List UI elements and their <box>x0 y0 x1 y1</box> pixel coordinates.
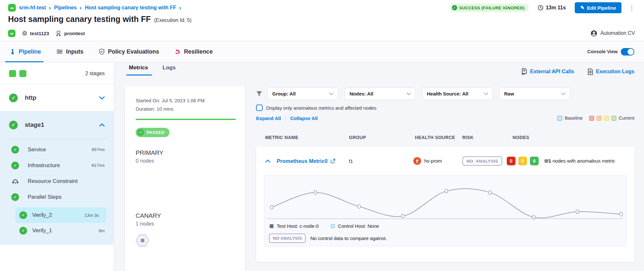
clock-icon <box>538 5 543 11</box>
current-label: Current <box>619 115 634 121</box>
primary-label: PRIMARY <box>136 149 236 156</box>
nodes-filter-dropdown[interactable]: Nodes: All <box>345 87 416 100</box>
tab-metrics[interactable]: Metrics <box>129 65 148 75</box>
anomalous-checkbox[interactable] <box>256 105 263 111</box>
success-check-icon: ✓ <box>11 162 19 169</box>
chevron-down-icon <box>561 93 565 95</box>
metric-card: Prometheus Metric0 f1 hs-prom NO_ANALYSI… <box>256 146 634 262</box>
external-api-calls-link[interactable]: API External API Calls <box>521 68 574 75</box>
control-host-swatch-icon <box>331 224 335 228</box>
service-chip[interactable]: ⚙ test1123 <box>22 30 49 37</box>
canary-node-hexagon[interactable] <box>136 235 149 246</box>
chevron-down-icon <box>99 96 105 100</box>
summary-card: Started On: Jul 5, 2023 1:06 PM Duration… <box>125 86 245 271</box>
breadcrumb-separator: › <box>49 4 51 11</box>
metric-name-link[interactable]: Prometheus Metric0 <box>277 158 335 164</box>
step-verify-2[interactable]: ✓ Verify_2 13m 3s <box>15 207 106 223</box>
prometheus-icon <box>413 157 421 165</box>
filters-row: Group: All Nodes: All Health Source: All… <box>256 87 634 100</box>
current-green-swatch-icon <box>611 116 616 121</box>
breadcrumb-pipeline-name[interactable]: Host sampling canary testing with FF <box>85 5 176 11</box>
success-check-icon: ✓ <box>11 193 19 201</box>
test-host-swatch-icon <box>270 224 274 228</box>
step-verify-1[interactable]: ✓ Verify_1 9m <box>0 223 114 238</box>
breadcrumb-pipelines[interactable]: Pipelines <box>54 5 77 11</box>
expand-all-link[interactable]: Expand All <box>256 115 281 121</box>
col-nodes: NODES <box>513 135 529 140</box>
pencil-icon: ✎ <box>580 5 584 11</box>
health-source-name: hs-prom <box>424 158 442 164</box>
divider <box>285 115 286 121</box>
metric-chart-panel: Test Host: c-node-0 Control Host: None N… <box>264 175 626 246</box>
top-header: ∞ srm-hf-test › Pipelines › Host samplin… <box>0 0 644 41</box>
metrics-logs-tabs: Metrics Logs <box>129 65 176 75</box>
step-parallel-steps[interactable]: ✓ Parallel Steps <box>0 189 114 205</box>
title-row: Host sampling canary testing with FF (Ex… <box>8 15 192 24</box>
tab-inputs[interactable]: Inputs <box>56 41 83 62</box>
document-icon <box>588 68 593 75</box>
group-filter-dropdown[interactable]: Group: All <box>267 87 338 100</box>
step-infrastructure[interactable]: ✓ Infrastructure 617ms <box>0 157 114 173</box>
tab-resilience[interactable]: Resilience <box>175 41 213 62</box>
execution-logs-link[interactable]: Execution Logs <box>588 68 634 75</box>
user-chip[interactable]: Automation CV <box>591 30 635 37</box>
breadcrumb: ∞ srm-hf-test › Pipelines › Host samplin… <box>8 3 635 13</box>
breadcrumb-project[interactable]: srm-hf-test <box>19 5 46 11</box>
progress-bar <box>136 119 236 120</box>
more-options-icon[interactable]: ⋮ <box>629 4 635 12</box>
analysis-row: NO ANALYSIS No control data to compare a… <box>269 234 387 243</box>
test-host-label: Test Host: c-node-0 <box>277 223 319 229</box>
tab-pipeline[interactable]: Pipeline <box>10 41 41 62</box>
pipeline-icon <box>10 48 15 55</box>
monitored-service-chip[interactable]: promtest <box>55 30 85 36</box>
view-mode-dropdown[interactable]: Raw <box>499 87 570 100</box>
chevron-down-icon <box>484 93 488 95</box>
health-source-filter-dropdown[interactable]: Health Source: All <box>422 87 493 100</box>
chevron-down-icon <box>329 93 333 95</box>
execution-sidebar: 2 stages ✓ http ✓ stage1 ✓ Service <box>0 63 114 271</box>
network-icon <box>55 30 62 36</box>
edit-pipeline-button[interactable]: ✎ Edit Pipeline <box>575 2 621 13</box>
stage-stage1[interactable]: ✓ stage1 <box>0 111 114 138</box>
collapse-chevron-up-icon[interactable] <box>265 159 270 163</box>
inputs-icon <box>56 49 63 55</box>
api-document-icon: API <box>521 68 527 75</box>
col-health-source: HEALTH SOURCE <box>415 135 455 140</box>
meta-row: ∞ ⚙ test1123 promtest Automation CV <box>8 29 635 37</box>
console-view-control: Console View <box>587 48 634 55</box>
step-resource-constraint[interactable]: Resource Constraint <box>0 173 114 189</box>
green-count-badge: 0 <box>530 156 539 165</box>
metric-chart-svg[interactable] <box>266 179 625 221</box>
success-check-icon: ✓ <box>9 121 18 129</box>
yellow-count-badge: 0 <box>518 156 527 165</box>
anomalous-filter-row: Display only anomalous metrics and affec… <box>256 105 376 111</box>
chevron-down-icon <box>407 93 411 95</box>
step-service[interactable]: ✓ Service 857ms <box>0 142 114 157</box>
nodes-summary: 0/1 nodes with anomalous metric <box>544 157 623 164</box>
metric-group: f1 <box>349 158 353 164</box>
col-risk: RISK <box>462 135 474 140</box>
console-view-toggle[interactable] <box>621 48 634 55</box>
collapse-all-link[interactable]: Collapse All <box>290 115 318 121</box>
analysis-message: No control data to compare against. <box>310 236 387 241</box>
tab-logs[interactable]: Logs <box>163 65 176 75</box>
page-title: Host sampling canary testing with FF <box>8 15 151 24</box>
analysis-panel: API External API Calls Execution Logs Gr… <box>246 63 644 271</box>
col-metric-name: METRIC NAME <box>265 135 298 140</box>
baseline-swatch-icon <box>557 116 562 121</box>
canary-node-count: 1 nodes <box>136 221 236 227</box>
step-list: ✓ Service 857ms ✓ Infrastructure 617ms R… <box>0 139 114 238</box>
success-check-icon: ✓ <box>137 129 144 136</box>
current-red-swatch-icon <box>589 116 594 121</box>
stages-header: 2 stages <box>0 63 114 85</box>
service-status-icon: ∞ <box>8 30 15 37</box>
chart-color-legend: Baseline Current <box>557 115 634 121</box>
resource-constraint-icon <box>11 179 19 184</box>
metrics-table-header: METRIC NAME GROUP HEALTH SOURCE RISK NOD… <box>256 135 634 142</box>
risk-badge: NO_ANALYSIS <box>462 156 502 166</box>
tab-policy-evaluations[interactable]: Policy Evaluations <box>99 41 159 62</box>
host-legend: Test Host: c-node-0 Control Host: None <box>270 223 379 229</box>
stage-http[interactable]: ✓ http <box>0 85 114 111</box>
breadcrumb-separator: › <box>80 4 82 11</box>
no-analysis-badge: NO ANALYSIS <box>269 234 306 243</box>
